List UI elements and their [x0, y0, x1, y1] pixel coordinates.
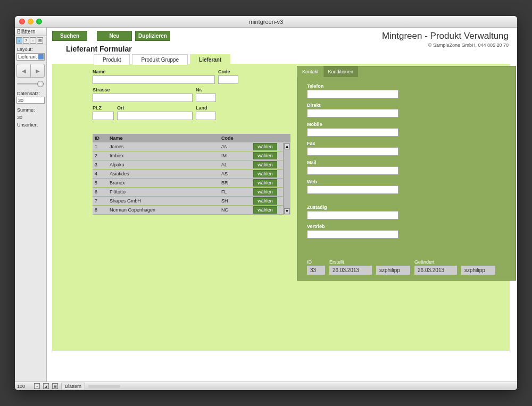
zustandig-label: Zustädig: [307, 205, 506, 210]
footer-geandert-label: Geändert: [414, 259, 457, 265]
tab-produkt-gruppe[interactable]: Produkt Gruppe: [132, 54, 188, 65]
main-area: Suchen Neu Duplizieren Mintgreen - Produ…: [47, 28, 517, 382]
table-row[interactable]: 3AlpakaALwählen: [93, 160, 290, 170]
cell-code: SH: [219, 198, 251, 204]
form-canvas: Produkt Produkt Gruppe Lieferant Name Co…: [52, 64, 510, 351]
telefon-input[interactable]: [307, 90, 398, 98]
cell-name: Norman Copenhagen: [107, 207, 219, 213]
supplier-list: ID Name Code 1JamesJAwählen2ImbiexIMwähl…: [93, 134, 290, 215]
tab-konditionen[interactable]: Konditionen: [323, 66, 359, 77]
zoom-out-icon[interactable]: ▪: [34, 383, 40, 389]
table-row[interactable]: 6FlötottoFLwählen: [93, 188, 290, 197]
table-row[interactable]: 8Norman CopenhagenNCwählen: [93, 206, 290, 215]
cell-code: AS: [219, 171, 251, 176]
select-button[interactable]: wählen: [253, 206, 277, 214]
zoom-in-icon[interactable]: ◢: [43, 383, 49, 389]
toolbar: Suchen Neu Duplizieren: [52, 31, 170, 41]
table-row[interactable]: 2ImbiexIMwählen: [93, 151, 290, 160]
status-mode[interactable]: Blättern: [61, 383, 85, 390]
plz-input[interactable]: [93, 112, 114, 120]
cell-code: NC: [219, 207, 251, 213]
layout-select[interactable]: Lieferant: [16, 53, 45, 61]
header-code: Code: [219, 134, 251, 142]
name-label: Name: [93, 69, 215, 74]
footer-geandert-user: szphilipp: [461, 266, 495, 275]
mobile-input[interactable]: [307, 128, 398, 137]
status-slider[interactable]: [88, 385, 120, 388]
record-book[interactable]: ◀ ▶: [16, 64, 45, 78]
name-input[interactable]: [93, 75, 215, 84]
list-scrollbar[interactable]: ▲ ▼: [283, 143, 290, 215]
table-row[interactable]: 4AsiatidesASwählen: [93, 170, 290, 179]
zoom-value[interactable]: 100: [17, 384, 31, 389]
detail-body: Telefon Direkt Mobile Fax Mail Web Zustä…: [297, 77, 516, 249]
total-label: Summe:: [15, 106, 46, 113]
fax-input[interactable]: [307, 147, 398, 156]
detail-tabs: Kontakt Konditionen: [297, 66, 516, 77]
tab-lieferant[interactable]: Lieferant: [190, 54, 230, 65]
direkt-label: Direkt: [307, 103, 506, 108]
cell-id: 6: [93, 189, 107, 194]
plz-label: PLZ: [93, 105, 114, 111]
mobile-label: Mobile: [307, 122, 506, 127]
direkt-input[interactable]: [307, 109, 398, 117]
table-row[interactable]: 5BranexBRwählen: [93, 179, 290, 188]
vertrieb-label: Vertrieb: [307, 224, 506, 229]
ort-input[interactable]: [117, 112, 193, 120]
cell-name: Asiatides: [107, 171, 219, 176]
cell-name: Shapes GmbH: [107, 198, 219, 204]
window-title: mintgreen-v3: [15, 19, 517, 25]
cell-name: Imbiex: [107, 153, 219, 158]
footer-erstellt-date: 26.03.2013: [329, 266, 372, 275]
sidebar-mode[interactable]: Blättern: [15, 28, 46, 36]
tool-pointer-icon[interactable]: ↕: [16, 37, 22, 44]
select-button[interactable]: wählen: [253, 161, 277, 168]
cell-code: BR: [219, 180, 251, 185]
strasse-input[interactable]: [93, 94, 193, 102]
tool-list-icon[interactable]: ▤: [37, 37, 43, 44]
cell-id: 7: [93, 198, 107, 204]
code-input[interactable]: [218, 75, 238, 84]
select-button[interactable]: wählen: [253, 143, 277, 150]
app-window: mintgreen-v3 Blättern ↕ ? ↑ ▤ Layout: Li…: [15, 16, 517, 390]
nr-input[interactable]: [196, 94, 216, 102]
tab-kontakt[interactable]: Kontakt: [297, 66, 323, 77]
table-row[interactable]: 7Shapes GmbHSHwählen: [93, 197, 290, 206]
tab-produkt[interactable]: Produkt: [94, 54, 130, 65]
tool-search-icon[interactable]: ?: [23, 37, 29, 44]
app-copyright: © SampleZone GmbH, 044 805 20 70: [382, 43, 509, 48]
table-row[interactable]: 1JamesJAwählen: [93, 142, 290, 151]
zustandig-input[interactable]: [307, 211, 398, 219]
footer-erstellt-user: szphilipp: [376, 266, 410, 275]
detail-footer: ID33 Erstellt26.03.2013 szphilipp Geände…: [307, 259, 506, 275]
titlebar: mintgreen-v3: [15, 16, 517, 28]
vertrieb-input[interactable]: [307, 230, 398, 239]
supplier-form: Name Code Strasse: [93, 69, 247, 123]
new-button[interactable]: Neu: [97, 31, 132, 41]
record-input[interactable]: 30: [16, 97, 45, 104]
header-id: ID: [93, 134, 107, 142]
select-button[interactable]: wählen: [253, 188, 277, 196]
scroll-down-icon[interactable]: ▼: [284, 208, 290, 214]
form-title: Lieferant Formular: [66, 45, 132, 53]
select-button[interactable]: wählen: [253, 197, 277, 205]
cell-name: James: [107, 144, 219, 149]
app-header: Mintgreen - Produkt Verwaltung © SampleZ…: [382, 31, 509, 48]
ort-label: Ort: [117, 105, 193, 111]
record-slider[interactable]: [17, 81, 44, 86]
select-button[interactable]: wählen: [253, 170, 277, 177]
select-button[interactable]: wählen: [253, 179, 277, 187]
mail-input[interactable]: [307, 166, 398, 175]
select-button[interactable]: wählen: [253, 152, 277, 159]
land-input[interactable]: [196, 112, 216, 120]
web-input[interactable]: [307, 185, 398, 194]
cell-name: Alpaka: [107, 162, 219, 167]
scroll-up-icon[interactable]: ▲: [284, 143, 290, 149]
zoom-fit-icon[interactable]: ▦: [52, 383, 58, 389]
tool-up-icon[interactable]: ↑: [30, 37, 36, 44]
search-button[interactable]: Suchen: [52, 31, 87, 41]
layout-label: Layout:: [15, 45, 46, 53]
book-prev-icon[interactable]: ◀: [17, 64, 31, 77]
duplicate-button[interactable]: Duplizieren: [135, 31, 170, 41]
book-next-icon[interactable]: ▶: [31, 64, 44, 77]
